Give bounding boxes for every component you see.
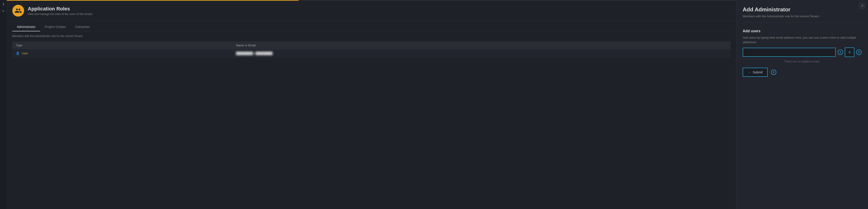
add-users-label: Add users (743, 29, 862, 33)
header-icon (12, 5, 24, 16)
no-emails-text: There are no added emails. (743, 60, 862, 63)
user-group-icon (14, 7, 22, 14)
page-title: Application Roles (28, 6, 93, 12)
expand-icon[interactable]: ❯ (2, 2, 4, 5)
right-panel: × Add Administrator Members with the Adm… (736, 0, 868, 209)
tab-bar: Administrator Project Creator Consumer (12, 21, 731, 31)
email-input-row: 1 + 2 (743, 47, 862, 57)
progress-bar (7, 0, 736, 1)
user-type-label: User (22, 51, 28, 55)
step-1-badge: 1 (838, 49, 843, 55)
step-2-badge: 2 (856, 49, 862, 55)
cell-type: 👤 User (12, 49, 232, 58)
submit-button[interactable]: → Submit (743, 68, 768, 77)
email-input[interactable] (743, 48, 835, 56)
users-table: Type Name or Email 👤 User ████████@█████… (12, 41, 731, 58)
main-area: Application Roles View and manage the ro… (7, 0, 736, 209)
add-email-button[interactable]: + (845, 47, 855, 57)
user-icon: 👤 (16, 51, 20, 55)
table-header-row: Type Name or Email (12, 41, 731, 49)
submit-arrow: → (748, 70, 751, 74)
tab-consumer[interactable]: Consumer (71, 23, 95, 31)
tab-project-creator[interactable]: Project Creator (40, 23, 70, 31)
page-header: Application Roles View and manage the ro… (7, 1, 736, 21)
panel-title: Add Administrator (743, 6, 862, 13)
col-name-email: Name or Email (232, 41, 731, 49)
tab-description: Members with the Administrator role for … (12, 35, 731, 38)
add-users-desc: Add users by typing their email address … (743, 35, 862, 44)
header-text: Application Roles View and manage the ro… (28, 6, 93, 16)
col-type: Type (12, 41, 232, 49)
submit-row: → Submit 3 (743, 68, 862, 77)
user-email: ████████@████████ (236, 51, 273, 55)
page-subtitle: View and manage the roles of the users o… (28, 12, 93, 16)
panel-subtitle: Members with the Administrator role for … (743, 14, 862, 23)
step-3-badge: 3 (771, 70, 776, 75)
add-icon[interactable]: + (2, 9, 4, 13)
email-input-wrapper (743, 48, 836, 57)
cell-email: ████████@████████ (232, 49, 731, 58)
content-body: Administrator Project Creator Consumer M… (7, 21, 736, 209)
sidebar-strip: ❯ + (0, 0, 7, 209)
table-row: 👤 User ████████@████████ (12, 49, 731, 58)
close-button[interactable]: × (859, 3, 865, 9)
tab-administrator[interactable]: Administrator (12, 23, 40, 31)
submit-label: Submit (753, 70, 763, 74)
